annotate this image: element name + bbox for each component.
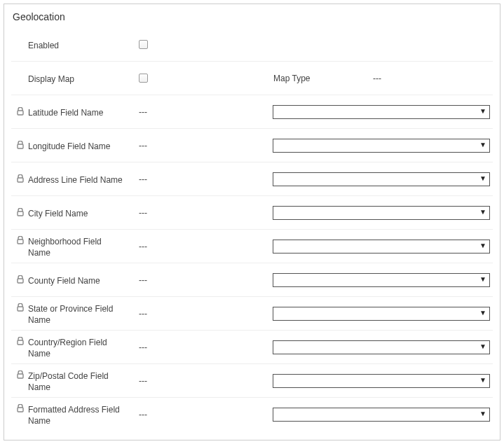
- lock-icon: [15, 236, 25, 244]
- longitude-label: Longitude Field Name: [28, 141, 110, 152]
- svg-rect-5: [18, 279, 23, 283]
- county-label: County Field Name: [28, 275, 100, 286]
- row-longitude: Longitude Field Name ---: [11, 129, 493, 162]
- neighborhood-value: ---: [139, 242, 147, 251]
- row-formatted: Formatted Address Field Name ---: [11, 398, 493, 431]
- row-city: City Field Name ---: [11, 196, 493, 230]
- latitude-label: Latitude Field Name: [28, 107, 103, 118]
- city-value: ---: [139, 208, 147, 218]
- formatted-label: Formatted Address Field Name: [28, 404, 126, 426]
- svg-rect-0: [18, 111, 23, 115]
- address-line-label: Address Line Field Name: [28, 174, 123, 186]
- longitude-value: ---: [139, 141, 147, 151]
- lock-icon: [15, 337, 25, 345]
- lock-icon: [15, 107, 25, 116]
- address-line-select[interactable]: [273, 172, 490, 186]
- svg-rect-6: [18, 307, 23, 311]
- geolocation-panel: Geolocation Enabled Display Map Map Type…: [4, 4, 500, 440]
- row-zip: Zip/Postal Code Field Name ---: [11, 364, 493, 398]
- row-neighborhood: Neighborhood Field Name ---: [11, 230, 493, 263]
- svg-rect-2: [18, 178, 23, 182]
- enabled-label: Enabled: [28, 40, 59, 51]
- map-type-value: ---: [373, 74, 381, 83]
- longitude-select[interactable]: [273, 139, 490, 153]
- lock-icon: [15, 208, 25, 216]
- svg-rect-8: [18, 374, 23, 378]
- lock-icon: [15, 303, 25, 312]
- zip-value: ---: [139, 376, 147, 386]
- row-latitude: Latitude Field Name ---: [11, 95, 493, 129]
- country-value: ---: [139, 342, 147, 352]
- state-label: State or Province Field Name: [28, 303, 126, 326]
- county-select[interactable]: [273, 273, 490, 287]
- zip-select[interactable]: [273, 374, 490, 388]
- lock-icon: [15, 141, 25, 149]
- county-value: ---: [139, 275, 147, 285]
- address-line-value: ---: [139, 174, 147, 184]
- country-select[interactable]: [273, 340, 490, 354]
- city-label: City Field Name: [28, 208, 88, 219]
- latitude-select[interactable]: [273, 105, 490, 119]
- display-map-label: Display Map: [28, 74, 74, 85]
- svg-rect-9: [18, 408, 23, 412]
- latitude-value: ---: [139, 107, 147, 117]
- neighborhood-label: Neighborhood Field Name: [28, 236, 126, 258]
- formatted-select[interactable]: [273, 408, 490, 422]
- state-value: ---: [139, 309, 147, 319]
- svg-rect-4: [18, 240, 23, 244]
- row-address-line: Address Line Field Name ---: [11, 162, 493, 196]
- lock-icon: [15, 370, 25, 379]
- row-country: Country/Region Field Name ---: [11, 331, 493, 364]
- neighborhood-select[interactable]: [273, 240, 490, 254]
- lock-icon: [15, 174, 25, 183]
- row-display-map: Display Map Map Type ---: [11, 62, 493, 95]
- lock-icon: [15, 275, 25, 284]
- row-state: State or Province Field Name ---: [11, 297, 493, 331]
- row-county: County Field Name ---: [11, 263, 493, 297]
- display-map-checkbox[interactable]: [139, 74, 148, 83]
- country-label: Country/Region Field Name: [28, 337, 126, 359]
- svg-rect-1: [18, 144, 23, 148]
- enabled-checkbox[interactable]: [139, 40, 148, 49]
- formatted-value: ---: [139, 410, 147, 419]
- state-select[interactable]: [273, 307, 490, 321]
- svg-rect-7: [18, 340, 23, 345]
- city-select[interactable]: [273, 206, 490, 220]
- zip-label: Zip/Postal Code Field Name: [28, 370, 126, 393]
- lock-icon: [15, 404, 25, 412]
- map-type-label: Map Type: [268, 74, 373, 83]
- panel-title: Geolocation: [13, 11, 493, 22]
- svg-rect-3: [18, 211, 23, 216]
- row-enabled: Enabled: [11, 28, 493, 62]
